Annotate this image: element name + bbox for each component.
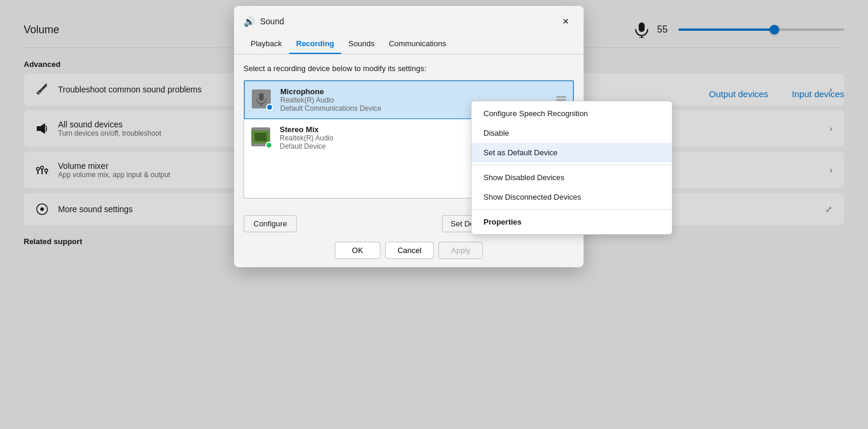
stereo-mix-icon-wrap bbox=[251, 127, 273, 149]
cancel-button[interactable]: Cancel bbox=[385, 242, 434, 259]
ctx-set-default[interactable]: Set as Default Device bbox=[472, 143, 672, 162]
configure-button[interactable]: Configure bbox=[244, 215, 297, 232]
ctx-separator-2 bbox=[472, 209, 672, 210]
dialog-titlebar: 🔊 Sound ✕ bbox=[234, 6, 584, 34]
tab-sounds[interactable]: Sounds bbox=[341, 34, 382, 54]
ctx-configure-speech[interactable]: Configure Speech Recognition bbox=[472, 104, 672, 123]
ok-button[interactable]: OK bbox=[335, 242, 380, 259]
ctx-properties[interactable]: Properties bbox=[472, 212, 672, 232]
dialog-instruction: Select a recording device below to modif… bbox=[244, 64, 574, 73]
dialog-tabs: Playback Recording Sounds Communications bbox=[234, 34, 584, 55]
dialog-title: 🔊 Sound bbox=[244, 16, 284, 27]
context-menu: Configure Speech Recognition Disable Set… bbox=[471, 101, 672, 235]
stereo-mix-status-dot bbox=[265, 142, 273, 149]
dialog-title-text: Sound bbox=[260, 17, 284, 26]
ctx-show-disconnected[interactable]: Show Disconnected Devices bbox=[472, 187, 672, 207]
tab-communications[interactable]: Communications bbox=[382, 34, 453, 54]
ctx-disable[interactable]: Disable bbox=[472, 123, 672, 143]
apply-button[interactable]: Apply bbox=[438, 242, 483, 259]
chip-icon bbox=[252, 130, 270, 143]
microphone-icon-wrap bbox=[252, 89, 273, 111]
tab-playback[interactable]: Playback bbox=[244, 34, 289, 54]
svg-rect-13 bbox=[259, 93, 264, 101]
bar1 bbox=[556, 96, 566, 98]
dialog-close-button[interactable]: ✕ bbox=[558, 13, 574, 30]
ctx-separator-1 bbox=[472, 165, 672, 165]
footer-left-buttons: Configure bbox=[244, 215, 297, 232]
microphone-status-dot bbox=[266, 104, 273, 111]
dialog-ok-cancel: OK Cancel Apply bbox=[234, 237, 584, 267]
ctx-show-disabled[interactable]: Show Disabled Devices bbox=[472, 168, 672, 187]
tab-recording[interactable]: Recording bbox=[289, 34, 341, 54]
sound-dialog-icon: 🔊 bbox=[244, 16, 255, 27]
microphone-name: Microphone bbox=[280, 87, 549, 96]
